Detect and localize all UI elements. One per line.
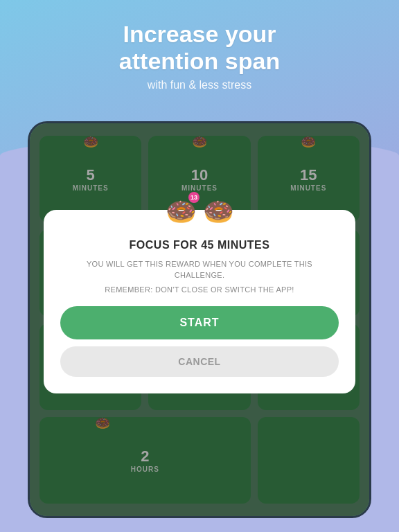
header-area: Increase your attention span with fun & … — [0, 21, 399, 91]
start-button[interactable]: START — [60, 306, 339, 339]
donut-chocolate-icon: 🍩 — [201, 195, 236, 229]
header-subtitle: with fun & less stress — [0, 79, 399, 91]
modal-description: YOU WILL GET THIS REWARD WHEN YOU COMPLE… — [60, 258, 339, 281]
cancel-button[interactable]: CANCEL — [60, 346, 339, 377]
donut-badge: 13 — [188, 192, 200, 203]
modal-warning: REMEMBER: DON'T CLOSE OR SWITCH THE APP! — [60, 285, 339, 294]
donut-gold-icon: 🍩 13 — [163, 195, 198, 229]
phone-frame: 🍩 5 MINUTES 🍩 10 MINUTES 🍩 15 MINUTES 🍩 … — [28, 121, 371, 518]
focus-modal: 🍩 13 🍩 FOCUS FOR 45 MINUTES YOU WILL GET… — [44, 210, 355, 393]
modal-donut-icons: 🍩 13 🍩 — [60, 195, 339, 229]
modal-title: FOCUS FOR 45 MINUTES — [60, 239, 339, 251]
header-title: Increase your attention span — [0, 21, 399, 75]
